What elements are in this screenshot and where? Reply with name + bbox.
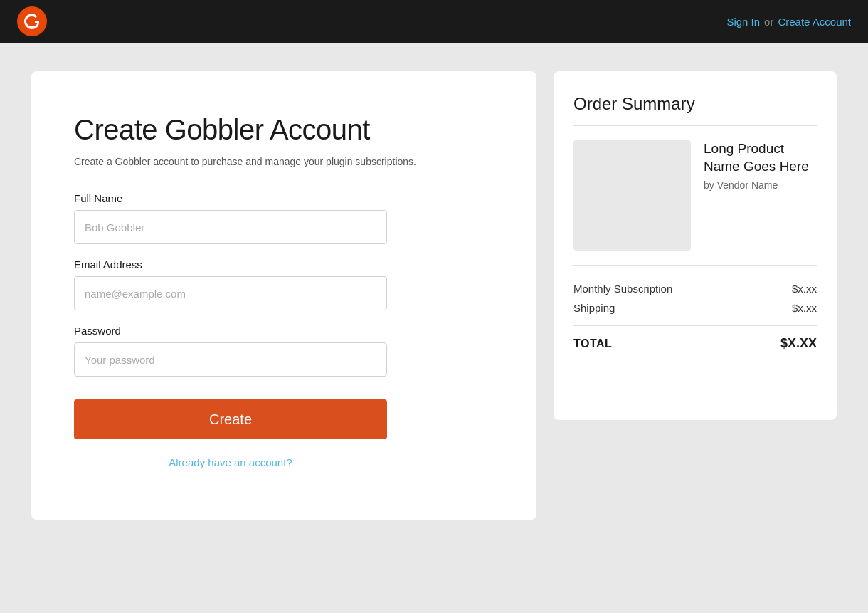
product-row: Long Product Name Goes Here by Vendor Na… [573, 140, 817, 266]
header: Sign In or Create Account [0, 0, 868, 43]
full-name-label: Full Name [74, 192, 494, 204]
email-label: Email Address [74, 258, 494, 271]
main-content: Create Gobbler Account Create a Gobbler … [14, 43, 854, 548]
password-input[interactable] [74, 342, 387, 377]
logo-container [17, 6, 47, 36]
create-button[interactable]: Create [74, 399, 387, 439]
nav-links: Sign In or Create Account [726, 16, 851, 28]
create-account-link[interactable]: Create Account [778, 16, 851, 28]
shipping-value: $x.xx [792, 302, 817, 314]
shipping-row: Shipping $x.xx [573, 302, 817, 314]
total-row: TOTAL $X.XX [573, 325, 817, 351]
full-name-input[interactable] [74, 210, 387, 244]
product-info: Long Product Name Goes Here by Vendor Na… [704, 140, 817, 251]
already-account-link[interactable]: Already have an account? [74, 456, 387, 468]
monthly-subscription-label: Monthly Subscription [573, 283, 672, 295]
shipping-label: Shipping [573, 302, 615, 314]
form-subtitle: Create a Gobbler account to purchase and… [74, 154, 494, 169]
nav-or-text: or [764, 16, 773, 28]
pricing-rows: Monthly Subscription $x.xx Shipping $x.x… [573, 283, 817, 314]
password-group: Password [74, 325, 494, 377]
monthly-subscription-value: $x.xx [792, 283, 817, 295]
order-panel: Order Summary Long Product Name Goes Her… [554, 71, 837, 420]
email-group: Email Address [74, 258, 494, 310]
signin-link[interactable]: Sign In [726, 16, 760, 28]
email-input[interactable] [74, 276, 387, 310]
product-image [573, 140, 691, 251]
full-name-group: Full Name [74, 192, 494, 244]
product-name: Long Product Name Goes Here [704, 140, 817, 175]
password-label: Password [74, 325, 494, 337]
order-summary-title: Order Summary [573, 94, 817, 126]
total-label: TOTAL [573, 337, 612, 350]
monthly-subscription-row: Monthly Subscription $x.xx [573, 283, 817, 295]
form-panel: Create Gobbler Account Create a Gobbler … [31, 71, 536, 520]
total-value: $X.XX [780, 336, 817, 351]
product-vendor: by Vendor Name [704, 179, 817, 191]
logo-icon [17, 6, 47, 36]
form-title: Create Gobbler Account [74, 114, 494, 146]
